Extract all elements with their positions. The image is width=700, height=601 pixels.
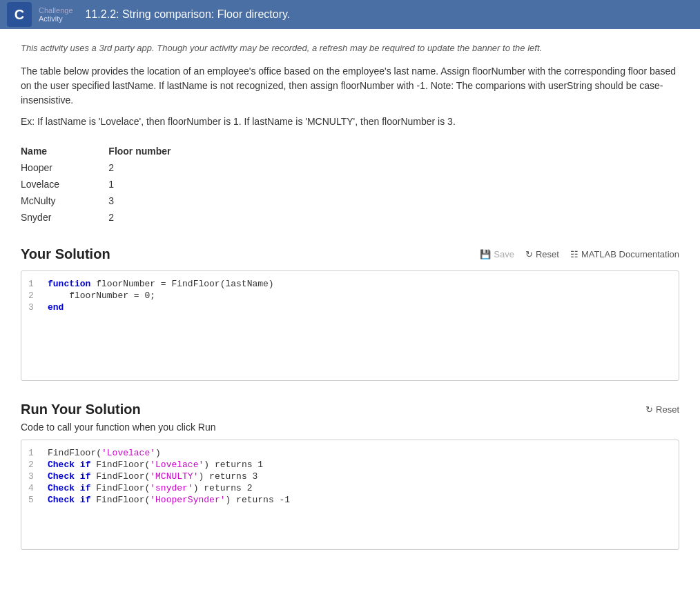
- line-num-2: 2: [28, 290, 42, 301]
- reset-label: Reset: [536, 249, 559, 259]
- activity-example: Ex: If lastName is 'Lovelace', then floo…: [21, 115, 679, 129]
- code-line-3: 3 end: [21, 302, 679, 313]
- run-code-line-3: 3 Check if FindFloor('MCNULTY') returns …: [21, 471, 679, 482]
- table-row: McNulty3: [21, 193, 228, 209]
- run-code-text-3: Check if FindFloor('MCNULTY') returns 3: [48, 471, 257, 482]
- run-line-num-4: 4: [28, 483, 42, 493]
- table-cell-floor: 2: [108, 209, 228, 226]
- matlab-docs-icon: ☷: [570, 249, 579, 259]
- run-code-line-5: 5 Check if FindFloor('HooperSynder') ret…: [21, 494, 679, 506]
- table-row: Lovelace1: [21, 176, 228, 193]
- table-row: Snyder2: [21, 209, 228, 226]
- run-code-line-2: 2 Check if FindFloor('Lovelace') returns…: [21, 459, 679, 471]
- code-editor[interactable]: 1 function floorNumber = FindFloor(lastN…: [21, 270, 679, 381]
- your-solution-header: Your Solution 💾 Save ↻ Reset ☷ MATLAB Do…: [21, 246, 679, 262]
- run-code-text-4: Check if FindFloor('snyder') returns 2: [48, 483, 253, 493]
- page-title: 11.2.2: String comparison: Floor directo…: [86, 8, 291, 21]
- save-icon: 💾: [480, 249, 491, 259]
- reset-icon: ↻: [525, 249, 533, 259]
- save-label: Save: [494, 249, 514, 259]
- run-solution-header: Run Your Solution ↻ Reset: [21, 402, 679, 417]
- matlab-docs-label: MATLAB Documentation: [581, 249, 679, 259]
- run-code-text-1: FindFloor('Lovelace'): [48, 448, 161, 458]
- line-num-3: 3: [28, 302, 42, 313]
- run-solution-section: Run Your Solution ↻ Reset Code to call y…: [21, 402, 679, 550]
- table-cell-floor: 2: [108, 159, 228, 176]
- logo-letter: C: [14, 7, 24, 23]
- table-cell-floor: 3: [108, 193, 228, 209]
- code-text-1: function floorNumber = FindFloor(lastNam…: [48, 279, 274, 289]
- run-line-num-3: 3: [28, 471, 42, 482]
- nav-challenge-label: Challenge: [39, 6, 73, 14]
- main-content: This activity uses a 3rd party app. Thou…: [0, 29, 700, 584]
- run-code-line-4: 4 Check if FindFloor('snyder') returns 2: [21, 482, 679, 494]
- table-cell-name: Snyder: [21, 209, 108, 226]
- run-line-num-5: 5: [28, 495, 42, 505]
- run-reset-icon: ↻: [645, 404, 653, 415]
- run-reset-label: Reset: [656, 404, 679, 415]
- code-text-3: end: [48, 302, 64, 313]
- code-line-1: 1 function floorNumber = FindFloor(lastN…: [21, 278, 679, 290]
- activity-notice: This activity uses a 3rd party app. Thou…: [21, 43, 679, 53]
- table-cell-name: Lovelace: [21, 176, 108, 193]
- table-cell-floor: 1: [108, 176, 228, 193]
- run-code-line-1: 1 FindFloor('Lovelace'): [21, 447, 679, 459]
- code-line-2: 2 floorNumber = 0;: [21, 290, 679, 302]
- run-line-num-1: 1: [28, 448, 42, 458]
- run-code-editor[interactable]: 1 FindFloor('Lovelace') 2 Check if FindF…: [21, 440, 679, 550]
- solution-toolbar: 💾 Save ↻ Reset ☷ MATLAB Documentation: [480, 249, 679, 259]
- nav-activity-label: Activity: [39, 14, 73, 23]
- run-code-text-5: Check if FindFloor('HooperSynder') retur…: [48, 495, 290, 505]
- header-nav: Challenge Activity: [39, 6, 73, 23]
- floor-table: Name Floor number Hooper2Lovelace1McNult…: [21, 143, 228, 226]
- run-reset-button[interactable]: ↻ Reset: [645, 404, 679, 415]
- table-cell-name: McNulty: [21, 193, 108, 209]
- activity-description: The table below provides the location of…: [21, 64, 679, 108]
- your-solution-title: Your Solution: [21, 246, 110, 262]
- matlab-docs-button[interactable]: ☷ MATLAB Documentation: [570, 249, 679, 259]
- run-code-text-2: Check if FindFloor('Lovelace') returns 1: [48, 460, 263, 470]
- run-solution-title: Run Your Solution: [21, 402, 141, 417]
- line-num-1: 1: [28, 279, 42, 289]
- table-cell-name: Hooper: [21, 159, 108, 176]
- reset-button[interactable]: ↻ Reset: [525, 249, 559, 259]
- save-button[interactable]: 💾 Save: [480, 249, 514, 259]
- table-header-floor: Floor number: [108, 143, 228, 159]
- run-line-num-2: 2: [28, 460, 42, 470]
- code-text-2: floorNumber = 0;: [48, 290, 155, 301]
- app-logo: C: [7, 2, 32, 27]
- app-header: C Challenge Activity 11.2.2: String comp…: [0, 0, 700, 29]
- table-header-name: Name: [21, 143, 108, 159]
- table-row: Hooper2: [21, 159, 228, 176]
- run-description: Code to call your function when you clic…: [21, 422, 679, 433]
